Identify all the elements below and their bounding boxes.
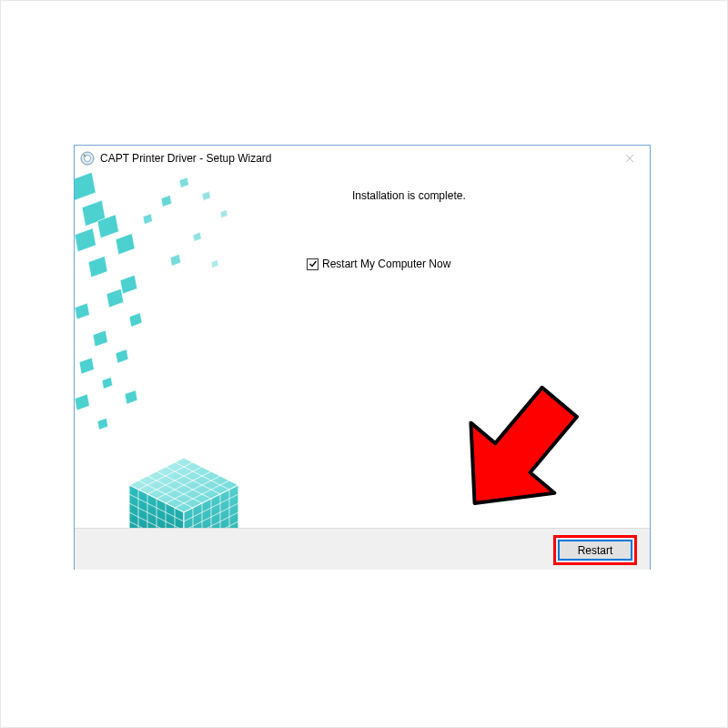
svg-rect-54 (202, 191, 210, 200)
svg-rect-49 (75, 394, 89, 410)
close-button[interactable] (613, 149, 646, 167)
checkmark-icon (308, 259, 318, 268)
annotation-highlight-box: Restart (553, 535, 637, 565)
svg-rect-35 (75, 172, 96, 200)
status-message: Installation is complete. (352, 189, 466, 202)
svg-rect-57 (170, 254, 181, 266)
svg-rect-51 (97, 418, 108, 430)
svg-rect-47 (116, 349, 128, 364)
svg-rect-43 (120, 275, 137, 294)
svg-rect-41 (106, 288, 124, 308)
setup-wizard-dialog: CAPT Printer Driver - Setup Wizard (74, 145, 651, 570)
svg-rect-45 (129, 313, 142, 328)
svg-rect-50 (125, 390, 137, 405)
svg-rect-39 (88, 256, 107, 277)
svg-rect-59 (211, 259, 218, 268)
titlebar-title: CAPT Printer Driver - Setup Wizard (100, 152, 272, 165)
button-bar: Restart (75, 528, 650, 570)
restart-checkbox-label: Restart My Computer Now (322, 258, 450, 270)
svg-rect-58 (143, 214, 153, 225)
content-area: Installation is complete. Restart My Com… (75, 171, 650, 528)
svg-rect-55 (220, 209, 228, 217)
svg-rect-52 (161, 195, 172, 207)
close-icon (625, 151, 634, 166)
svg-rect-44 (93, 330, 107, 347)
restart-checkbox-row[interactable]: Restart My Computer Now (307, 258, 450, 270)
svg-rect-48 (102, 377, 113, 389)
titlebar[interactable]: CAPT Printer Driver - Setup Wizard (75, 146, 650, 171)
svg-rect-40 (116, 233, 135, 254)
svg-rect-56 (193, 232, 201, 241)
wizard-sidebar-graphic (75, 171, 270, 528)
restart-button[interactable]: Restart (558, 540, 632, 561)
svg-rect-42 (75, 303, 89, 319)
main-content: Installation is complete. Restart My Com… (284, 171, 641, 528)
restart-checkbox[interactable] (307, 258, 318, 270)
svg-rect-53 (179, 177, 189, 188)
installer-icon (80, 151, 95, 166)
svg-rect-37 (75, 228, 96, 252)
svg-rect-46 (79, 358, 94, 374)
